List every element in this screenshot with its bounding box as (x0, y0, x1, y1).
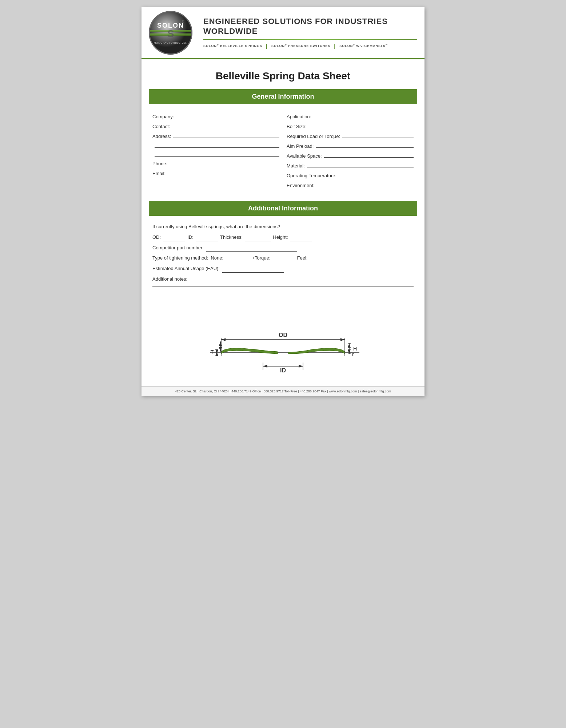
address3-input[interactable] (155, 151, 279, 157)
product1-label: SOLON® Belleville Springs (203, 44, 262, 48)
svg-text:H: H (353, 346, 357, 352)
usage-row: Estimated Annual Usage (EAU): (152, 265, 414, 273)
belleville-diagram: OD ID T (192, 309, 374, 389)
dimensions-question: If currently using Belleville springs, w… (152, 223, 414, 231)
page-title: Belleville Spring Data Sheet (142, 59, 424, 89)
header-divider (203, 39, 417, 40)
svg-marker-10 (221, 338, 226, 341)
additional-info-header: Additional Information (149, 201, 417, 216)
contact-input[interactable] (172, 123, 279, 128)
required-load-input[interactable] (342, 133, 414, 138)
field-address2 (152, 143, 279, 148)
svg-text:MANUFACTURING CO.: MANUFACTURING CO. (154, 41, 187, 44)
od-input[interactable] (163, 236, 185, 241)
field-application: Application: (287, 113, 414, 119)
usage-input[interactable] (222, 268, 284, 273)
aim-preload-input[interactable] (316, 143, 414, 148)
field-environment: Environment: (287, 182, 414, 188)
field-email: Email: (152, 170, 279, 176)
svg-marker-22 (215, 349, 218, 354)
svg-text:ID: ID (280, 367, 286, 373)
field-company: Company: (152, 113, 279, 119)
address2-input[interactable] (155, 143, 279, 148)
separator1: | (266, 43, 268, 49)
header-tagline: Engineered Solutions for Industries Worl… (203, 17, 417, 36)
field-aim-preload: Aim Preload: (287, 143, 414, 149)
svg-marker-35 (219, 347, 222, 352)
general-info-left: Company: Contact: Address: Phone: (152, 113, 279, 192)
address-input[interactable] (173, 133, 279, 138)
product3-label: SOLON® WatchmanSF6™ (339, 44, 388, 48)
field-operating-temp: Operating Temperature: (287, 172, 414, 178)
thickness-input[interactable] (245, 236, 271, 241)
phone-input[interactable] (170, 160, 279, 165)
logo-area: SOLON S MANUFACTURING CO. ® (149, 11, 196, 55)
field-address: Address: (152, 133, 279, 139)
id-input[interactable] (196, 236, 218, 241)
field-address3 (152, 151, 279, 157)
divider-line2 (152, 291, 414, 291)
notes-row: Additional notes: (152, 276, 414, 283)
footer: 425 Center. St. | Chardon, OH 44024 | 44… (142, 386, 424, 396)
separator2: | (334, 43, 336, 49)
dimensions-row: OD: ID: Thickness: Height: (152, 234, 414, 241)
environment-input[interactable] (317, 182, 414, 187)
competitor-input[interactable] (206, 246, 297, 252)
height-input[interactable] (290, 236, 312, 241)
competitor-row: Competitor part number: (152, 244, 414, 252)
header-right: Engineered Solutions for Industries Worl… (196, 17, 417, 49)
none-input[interactable] (226, 257, 250, 262)
header: SOLON S MANUFACTURING CO. ® Engineered S… (142, 7, 424, 59)
svg-marker-27 (348, 343, 351, 348)
field-required-load: Required Load or Torque: (287, 133, 414, 139)
diagram-area: OD ID T (142, 301, 424, 396)
svg-text:®: ® (182, 20, 184, 23)
page: SOLON S MANUFACTURING CO. ® Engineered S… (142, 7, 424, 396)
additional-info-body: If currently using Belleville springs, w… (142, 216, 424, 301)
header-products: SOLON® Belleville Springs | SOLON® Press… (203, 43, 417, 49)
logo-circle: SOLON S MANUFACTURING CO. ® (149, 11, 192, 55)
general-info-right: Application: Bolt Size: Required Load or… (287, 113, 414, 192)
general-info-header: General Information (149, 89, 417, 104)
material-input[interactable] (307, 162, 414, 167)
notes-input[interactable] (190, 278, 372, 283)
svg-marker-14 (263, 365, 267, 368)
feel-input[interactable] (310, 257, 332, 262)
available-space-input[interactable] (324, 153, 414, 158)
product2-label: SOLON® Pressure Switches (271, 44, 330, 48)
field-bolt-size: Bolt Size: (287, 123, 414, 129)
divider-line1 (152, 286, 414, 286)
svg-marker-36 (219, 341, 222, 346)
field-material: Material: (287, 162, 414, 169)
company-input[interactable] (176, 113, 279, 118)
field-contact: Contact: (152, 123, 279, 129)
field-available-space: Available Space: (287, 153, 414, 159)
operating-temp-input[interactable] (339, 172, 414, 177)
email-input[interactable] (168, 170, 279, 175)
field-phone: Phone: (152, 160, 279, 166)
svg-text:T: T (211, 349, 214, 355)
svg-text:OD: OD (279, 332, 287, 338)
tightening-row: Type of tightening method: None: +Torque… (152, 254, 414, 262)
svg-marker-11 (340, 338, 345, 341)
svg-text:S: S (167, 28, 174, 39)
application-input[interactable] (313, 113, 414, 118)
svg-text:h: h (352, 352, 355, 357)
svg-marker-15 (299, 365, 303, 368)
footer-text: 425 Center. St. | Chardon, OH 44024 | 44… (175, 389, 391, 393)
torque-input[interactable] (273, 257, 295, 262)
general-info-body: Company: Contact: Address: Phone: (142, 104, 424, 201)
bolt-size-input[interactable] (309, 123, 414, 128)
